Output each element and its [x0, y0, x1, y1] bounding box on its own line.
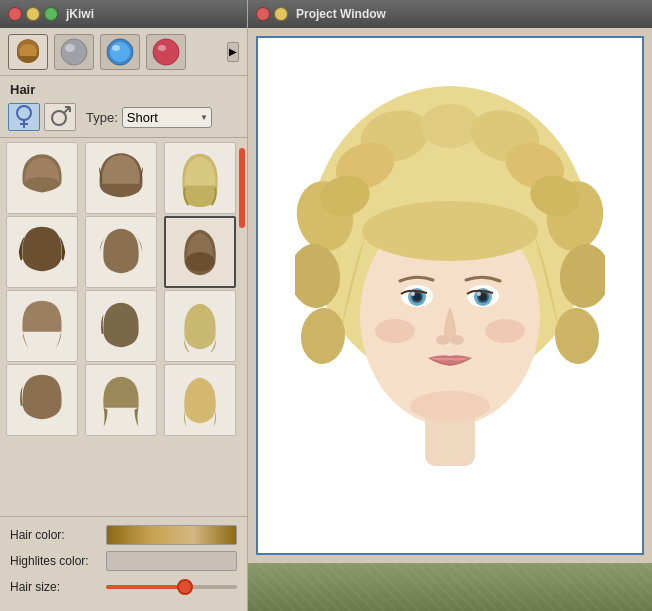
app-title: jKiwi	[66, 7, 94, 21]
svg-point-46	[450, 335, 464, 345]
material-tool-icon[interactable]	[54, 34, 94, 70]
svg-point-17	[186, 252, 215, 271]
highlights-color-label: Highlites color:	[10, 554, 100, 568]
highlights-color-bar[interactable]	[106, 551, 237, 571]
right-panel: Project Window	[248, 0, 652, 611]
project-title: Project Window	[296, 7, 386, 21]
minimize-button[interactable]	[26, 7, 40, 21]
hair-item-7[interactable]	[6, 290, 78, 362]
svg-point-39	[411, 292, 415, 296]
svg-point-48	[485, 319, 525, 343]
bottom-controls: Hair color: Highlites color: Hair size:	[0, 516, 247, 611]
close-button[interactable]	[8, 7, 22, 21]
type-select-wrapper[interactable]: Short Medium Long Curly	[122, 107, 212, 128]
svg-point-3	[65, 44, 75, 52]
highlights-color-row: Highlites color:	[10, 551, 237, 571]
svg-point-12	[52, 111, 66, 125]
hair-item-6[interactable]	[164, 216, 236, 288]
svg-point-34	[362, 201, 538, 261]
hair-color-bar[interactable]	[106, 525, 237, 545]
svg-point-44	[477, 292, 481, 296]
hair-grid	[6, 142, 241, 436]
hair-item-11[interactable]	[85, 364, 157, 436]
svg-point-20	[420, 104, 480, 148]
hair-item-4[interactable]	[6, 216, 78, 288]
hair-size-slider-container[interactable]	[106, 577, 237, 597]
type-select[interactable]: Short Medium Long Curly	[122, 107, 212, 128]
svg-point-9	[17, 106, 31, 120]
hair-section-label: Hair	[0, 76, 247, 101]
bottom-strip	[248, 563, 652, 611]
slider-thumb[interactable]	[177, 579, 193, 595]
svg-point-16	[25, 177, 60, 189]
hair-item-3[interactable]	[164, 142, 236, 214]
male-gender-button[interactable]	[44, 103, 76, 131]
svg-point-8	[158, 45, 166, 51]
project-window-controls	[256, 7, 288, 21]
project-minimize-button[interactable]	[274, 7, 288, 21]
slider-fill	[106, 585, 185, 589]
svg-point-6	[112, 45, 120, 51]
hair-size-label: Hair size:	[10, 580, 100, 594]
color-tool-icon[interactable]	[100, 34, 140, 70]
left-panel: jKiwi	[0, 0, 248, 611]
hair-item-9[interactable]	[164, 290, 236, 362]
hair-grid-container[interactable]	[0, 137, 247, 516]
hair-color-row: Hair color:	[10, 525, 237, 545]
svg-point-45	[436, 335, 450, 345]
hair-item-12[interactable]	[164, 364, 236, 436]
toolbar-expand-button[interactable]: ▶	[227, 42, 239, 62]
hair-item-10[interactable]	[6, 364, 78, 436]
hair-item-2[interactable]	[85, 142, 157, 214]
project-close-button[interactable]	[256, 7, 270, 21]
svg-point-7	[153, 39, 179, 65]
gender-type-row: Type: Short Medium Long Curly	[0, 101, 247, 137]
face-illustration	[295, 76, 605, 516]
svg-point-5	[110, 42, 130, 62]
project-title-bar: Project Window	[248, 0, 652, 28]
lipstick-tool-icon[interactable]	[146, 34, 186, 70]
hair-size-row: Hair size:	[10, 577, 237, 597]
bottom-strip-texture	[248, 563, 652, 611]
scrollbar-thumb[interactable]	[239, 148, 245, 228]
app-title-bar: jKiwi	[0, 0, 247, 28]
slider-track	[106, 585, 237, 589]
svg-point-49	[410, 391, 490, 421]
hair-item-5[interactable]	[85, 216, 157, 288]
svg-point-2	[61, 39, 87, 65]
type-label: Type:	[86, 110, 118, 125]
hair-tool-icon[interactable]	[8, 34, 48, 70]
hair-item-1[interactable]	[6, 142, 78, 214]
hair-item-8[interactable]	[85, 290, 157, 362]
main-toolbar: ▶	[0, 28, 247, 76]
svg-point-47	[375, 319, 415, 343]
female-gender-button[interactable]	[8, 103, 40, 131]
maximize-button[interactable]	[44, 7, 58, 21]
hair-color-label: Hair color:	[10, 528, 100, 542]
window-controls	[8, 7, 58, 21]
project-canvas[interactable]	[256, 36, 644, 555]
